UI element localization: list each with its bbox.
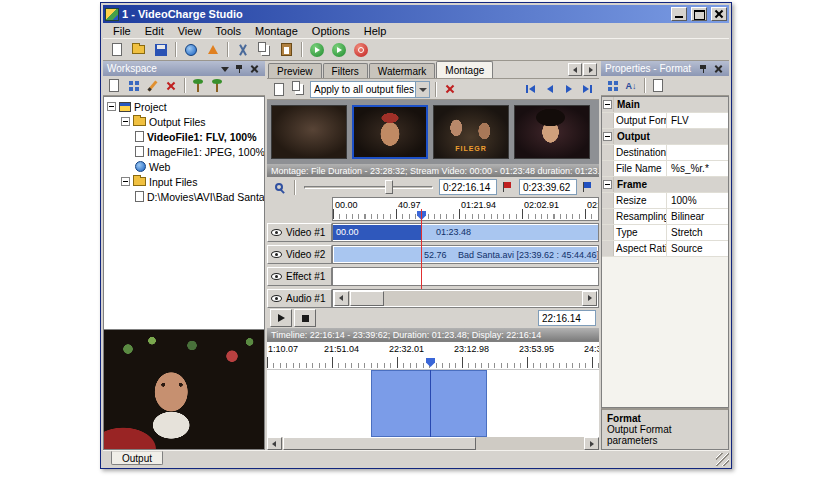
wizard-button-2[interactable] — [208, 77, 226, 94]
expander-icon[interactable] — [107, 102, 116, 111]
scroll-right-icon[interactable] — [584, 437, 599, 450]
play-button[interactable] — [270, 309, 292, 327]
current-time-field[interactable]: 22:16.14 — [538, 310, 596, 326]
paste-button[interactable] — [276, 40, 297, 59]
wizard-button[interactable] — [189, 77, 207, 94]
start-processing-button[interactable] — [306, 40, 327, 59]
selection-start-field[interactable]: 0:22:16.14 — [439, 179, 497, 195]
eye-icon[interactable] — [271, 251, 282, 258]
new-file-button[interactable] — [106, 40, 127, 59]
edit-button[interactable] — [143, 77, 161, 94]
close-icon[interactable] — [711, 7, 727, 21]
property-row-destination[interactable]: Destination — [602, 145, 728, 161]
menu-file[interactable]: File — [106, 24, 138, 38]
thumbnail-3[interactable]: FILEGR — [433, 105, 509, 159]
chevron-down-icon[interactable] — [218, 63, 231, 75]
menu-edit[interactable]: Edit — [138, 24, 171, 38]
save-button[interactable] — [150, 40, 171, 59]
selection-end-field[interactable]: 0:23:39.62 — [519, 179, 577, 195]
set-end-flag-button[interactable] — [580, 179, 596, 195]
playhead-line[interactable] — [421, 209, 422, 289]
montage-ruler[interactable]: 00.00 40.97 01:21.94 02:02.91 02:43.8 — [332, 197, 599, 221]
property-value[interactable] — [667, 145, 728, 160]
property-value[interactable]: Bilinear — [667, 209, 728, 224]
thumbnail-2-selected[interactable] — [352, 105, 428, 159]
thumbnail-1[interactable] — [271, 105, 347, 159]
prev-frame-button[interactable] — [541, 81, 558, 97]
expander-icon[interactable] — [603, 100, 612, 109]
position-slider[interactable] — [304, 179, 433, 195]
property-value[interactable]: Stretch — [667, 225, 728, 240]
timeline-selection-area[interactable] — [267, 369, 599, 437]
eye-icon[interactable] — [271, 229, 282, 236]
pin-icon[interactable] — [233, 63, 246, 75]
track-lane[interactable]: 52.76 Bad Santa.avi [23:39.62 : 45:44.46… — [332, 245, 599, 264]
menu-montage[interactable]: Montage — [248, 24, 305, 38]
tab-filters[interactable]: Filters — [323, 63, 368, 78]
category-main[interactable]: Main — [602, 97, 728, 113]
timeline-ruler[interactable]: 1:10.07 21:51.04 22:32.01 23:12.98 23:53… — [267, 341, 599, 369]
expander-icon[interactable] — [603, 132, 612, 141]
tree-item-input-files[interactable]: Input Files — [104, 174, 264, 189]
track-header[interactable]: Video #1 — [267, 223, 332, 242]
property-row-resize[interactable]: Resize 100% — [602, 193, 728, 209]
property-row-aspect-ratio[interactable]: Aspect Ratio Source — [602, 241, 728, 257]
add-image-button[interactable] — [290, 81, 308, 98]
clip-segment[interactable]: 01:23.48 — [421, 225, 598, 240]
add-item-button[interactable] — [105, 77, 123, 94]
property-row-type[interactable]: Type Stretch — [602, 225, 728, 241]
clip-segment-selected[interactable]: 00.00 — [333, 225, 421, 240]
scrollbar-thumb[interactable] — [350, 291, 384, 306]
timeline-scrollbar[interactable] — [267, 437, 599, 450]
go-end-button[interactable] — [579, 81, 596, 97]
close-icon[interactable] — [248, 63, 261, 75]
tab-scroll-left-icon[interactable] — [568, 63, 582, 76]
pin-icon[interactable] — [697, 63, 710, 75]
next-frame-button[interactable] — [560, 81, 577, 97]
category-output[interactable]: Output — [602, 129, 728, 145]
tree-item-project[interactable]: Project — [104, 99, 264, 114]
chevron-down-icon[interactable] — [415, 82, 429, 97]
property-value[interactable]: 100% — [667, 193, 728, 208]
scrollbar-thumb[interactable] — [283, 437, 476, 450]
track-header[interactable]: Audio #1 — [267, 289, 332, 308]
property-row-resampling[interactable]: Resampling Bilinear — [602, 209, 728, 225]
track-lane[interactable] — [332, 267, 599, 286]
minimize-icon[interactable] — [671, 7, 687, 21]
add-video-button[interactable] — [270, 81, 288, 98]
tracks-scrollbar[interactable] — [334, 291, 597, 306]
set-start-flag-button[interactable] — [500, 179, 516, 195]
expander-icon[interactable] — [121, 117, 130, 126]
selection-region[interactable] — [371, 370, 487, 437]
tree-item-web[interactable]: Web — [104, 159, 264, 174]
property-value[interactable]: FLV — [667, 113, 728, 128]
menu-view[interactable]: View — [171, 24, 209, 38]
expander-icon[interactable] — [603, 180, 612, 189]
eye-icon[interactable] — [271, 273, 282, 280]
titlebar[interactable]: 1 - VideoCharge Studio — [103, 5, 729, 23]
preview-button[interactable] — [328, 40, 349, 59]
track-lane[interactable]: 00.00 01:23.48 — [332, 223, 599, 242]
stop-button[interactable] — [294, 309, 316, 327]
property-pages-button[interactable] — [649, 77, 667, 94]
maximize-icon[interactable] — [691, 7, 707, 21]
clip-bar[interactable]: 52.76 Bad Santa.avi [23:39.62 : 45:44.46… — [334, 247, 597, 262]
category-frame[interactable]: Frame — [602, 177, 728, 193]
menu-options[interactable]: Options — [305, 24, 357, 38]
tab-preview[interactable]: Preview — [268, 63, 322, 78]
categorized-view-button[interactable] — [603, 77, 621, 94]
property-value[interactable]: Source — [667, 241, 728, 256]
apply-mode-select[interactable]: Apply to all output files — [310, 81, 430, 98]
delete-clip-button[interactable] — [441, 81, 459, 98]
record-button[interactable] — [350, 40, 371, 59]
scroll-left-icon[interactable] — [267, 437, 282, 450]
property-value[interactable]: %s_%r.* — [667, 161, 728, 176]
cut-button[interactable] — [232, 40, 253, 59]
tree-item-imagefile1[interactable]: ImageFile1: JPEG, 100%, Frame — [104, 144, 264, 159]
scroll-left-icon[interactable] — [334, 291, 349, 306]
zoom-button[interactable] — [270, 179, 288, 196]
resize-grip[interactable] — [716, 453, 729, 466]
open-button[interactable] — [128, 40, 149, 59]
property-row-file-name[interactable]: File Name %s_%r.* — [602, 161, 728, 177]
copy-button[interactable] — [254, 40, 275, 59]
